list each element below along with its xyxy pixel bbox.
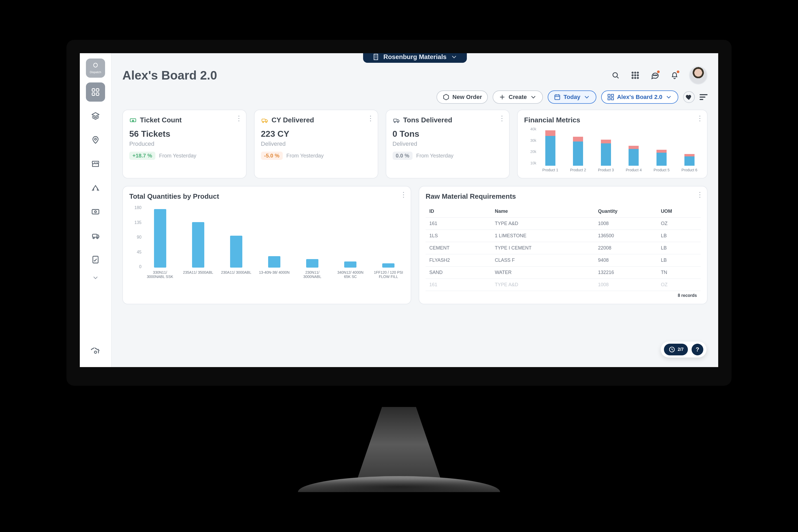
card-menu-button[interactable]: ⋮ xyxy=(697,191,703,199)
table-row[interactable]: CEMENTTYPE I CEMENT22008LB xyxy=(425,242,701,254)
calendar-icon xyxy=(554,93,561,101)
chevron-down-icon xyxy=(450,53,458,61)
svg-rect-2 xyxy=(92,93,95,95)
board-select-button[interactable]: Alex's Board 2.0 xyxy=(601,91,678,104)
svg-point-19 xyxy=(637,75,639,76)
kpi-from: From Yesterday xyxy=(159,153,196,159)
table-row[interactable]: FLYASH2CLASS F9408LB xyxy=(425,254,701,267)
apps-button[interactable] xyxy=(630,70,641,81)
svg-point-14 xyxy=(632,72,633,73)
kpi-from: From Yesterday xyxy=(286,153,324,159)
kpi-delta: +18.7 % xyxy=(129,152,155,160)
kpi-value: 56 Tickets xyxy=(129,129,240,139)
svg-point-37 xyxy=(397,121,398,122)
panel-financial-metrics: ⋮ Financial Metrics 40k30k20k10k Product… xyxy=(517,110,707,178)
svg-rect-29 xyxy=(608,98,610,100)
org-selector[interactable]: Rosenburg Materials xyxy=(363,53,467,63)
board-icon xyxy=(607,93,614,101)
svg-rect-7 xyxy=(93,234,97,237)
new-order-button[interactable]: New Order xyxy=(437,91,488,104)
panel-title: Total Quantities by Product xyxy=(129,192,404,201)
org-name: Rosenburg Materials xyxy=(383,53,446,61)
svg-rect-30 xyxy=(611,98,613,100)
create-button[interactable]: Create xyxy=(493,91,543,104)
svg-rect-26 xyxy=(555,95,560,100)
kpi-sub: Produced xyxy=(129,140,240,147)
app-logo[interactable]: Dispatch xyxy=(86,58,105,78)
table-row[interactable]: 1LS1 LIMESTONE136500LB xyxy=(425,230,701,242)
sidebar-item-reports[interactable] xyxy=(86,250,105,269)
help-button[interactable]: ? xyxy=(691,344,703,355)
col-id: ID xyxy=(425,205,491,217)
user-avatar[interactable] xyxy=(689,66,707,84)
col-qty: Quantity xyxy=(594,205,657,217)
card-menu-button[interactable]: ⋮ xyxy=(697,114,703,122)
svg-point-9 xyxy=(97,237,98,239)
svg-rect-1 xyxy=(96,89,99,91)
svg-rect-27 xyxy=(608,94,610,97)
sidebar-item-locations[interactable] xyxy=(86,130,105,150)
kpi-title: CY Delivered xyxy=(271,116,314,124)
kpi-tons-delivered: ⋮ Tons Delivered 0 Tons Delivered 0.0 %F… xyxy=(386,110,510,178)
kpi-from: From Yesterday xyxy=(416,153,454,159)
table-row[interactable]: 161TYPE A&D1008OZ xyxy=(425,279,701,291)
svg-point-15 xyxy=(635,72,636,73)
kpi-delta: 0.0 % xyxy=(393,152,413,160)
svg-point-33 xyxy=(263,121,264,122)
sidebar-item-fleet[interactable] xyxy=(86,226,105,245)
card-menu-button[interactable]: ⋮ xyxy=(498,114,506,122)
svg-point-18 xyxy=(635,75,636,76)
sidebar-collapse-toggle[interactable] xyxy=(92,274,99,282)
chat-button[interactable] xyxy=(650,70,660,81)
new-order-label: New Order xyxy=(453,94,482,100)
sidebar-item-payments[interactable] xyxy=(86,202,105,221)
date-filter-button[interactable]: Today xyxy=(548,91,596,104)
truck-icon xyxy=(261,116,268,124)
card-menu-button[interactable]: ⋮ xyxy=(235,114,242,122)
svg-rect-35 xyxy=(394,119,397,121)
card-menu-button[interactable]: ⋮ xyxy=(400,191,407,199)
svg-rect-12 xyxy=(374,54,378,60)
svg-point-24 xyxy=(655,75,656,76)
svg-point-4 xyxy=(94,138,96,140)
svg-point-25 xyxy=(657,75,657,76)
tour-progress-button[interactable]: 2/7 xyxy=(664,344,688,355)
sidebar-item-settings[interactable] xyxy=(86,343,105,362)
notification-dot-icon xyxy=(677,71,679,73)
svg-point-11 xyxy=(94,351,97,354)
create-label: Create xyxy=(509,94,527,100)
clock-icon xyxy=(668,346,676,353)
sidebar-item-store[interactable] xyxy=(86,154,105,173)
table-row[interactable]: SANDWATER132216TN xyxy=(425,267,701,279)
svg-point-16 xyxy=(637,72,639,73)
tour-counter: 2/7 xyxy=(678,347,684,352)
notifications-button[interactable] xyxy=(669,70,680,81)
kpi-value: 223 CY xyxy=(261,129,371,139)
svg-rect-10 xyxy=(93,256,98,263)
chevron-down-icon xyxy=(665,93,672,101)
svg-point-20 xyxy=(632,77,633,79)
kpi-sub: Delivered xyxy=(393,140,503,147)
toolbar: New Order Create Today Alex's Boa xyxy=(112,84,718,110)
search-button[interactable] xyxy=(610,70,621,81)
sidebar-item-dashboard[interactable] xyxy=(86,82,105,101)
favorite-button[interactable] xyxy=(683,91,695,103)
panel-raw-materials: ⋮ Raw Material Requirements ID Name Quan… xyxy=(419,186,707,304)
card-menu-button[interactable]: ⋮ xyxy=(367,114,374,122)
financial-metrics-chart: 40k30k20k10k Product 1Product 2Product 3… xyxy=(524,127,701,172)
apps-grid-icon xyxy=(631,71,640,80)
main: Rosenburg Materials Alex's Board 2.0 xyxy=(112,53,718,367)
chevron-down-icon xyxy=(530,93,537,101)
svg-point-17 xyxy=(632,75,633,76)
search-icon xyxy=(611,71,620,80)
svg-point-8 xyxy=(93,237,94,239)
svg-point-6 xyxy=(94,211,96,212)
table-row[interactable]: 161TYPE A&D1008OZ xyxy=(425,217,701,230)
sidebar-item-plants[interactable] xyxy=(86,178,105,197)
filter-button[interactable] xyxy=(700,94,707,100)
board-select-label: Alex's Board 2.0 xyxy=(617,94,662,100)
app-logo-label: Dispatch xyxy=(90,71,101,74)
truck-icon xyxy=(393,116,400,124)
plus-icon xyxy=(498,93,506,101)
sidebar-item-orders[interactable] xyxy=(86,107,105,126)
